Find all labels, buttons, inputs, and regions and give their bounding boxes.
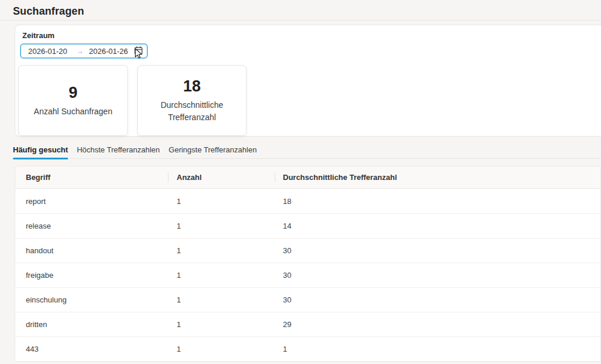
cell-trefferanzahl: 30 bbox=[275, 246, 600, 255]
column-header-anzahl: Anzahl bbox=[168, 166, 275, 188]
cell-trefferanzahl: 1 bbox=[275, 345, 600, 353]
header-divider bbox=[0, 20, 601, 21]
calendar-icon bbox=[134, 46, 143, 57]
column-header-begriff: Begriff bbox=[15, 166, 168, 188]
cell-begriff: dritten bbox=[15, 320, 168, 329]
table-row: dritten 1 29 bbox=[15, 312, 600, 336]
cell-anzahl: 1 bbox=[168, 271, 275, 280]
calendar-picker-button[interactable] bbox=[133, 46, 144, 56]
cell-anzahl: 1 bbox=[168, 320, 275, 329]
date-to-field[interactable]: 2026-01-26 bbox=[89, 47, 129, 56]
date-range-input[interactable]: 2026-01-20 → 2026-01-26 bbox=[20, 43, 148, 59]
column-header-durchschnittliche-trefferanzahl: Durchschnittliche Trefferanzahl bbox=[275, 166, 600, 188]
stat-label: Anzahl Suchanfragen bbox=[21, 106, 126, 118]
cell-begriff: release bbox=[15, 222, 168, 230]
table-row: report 1 18 bbox=[15, 189, 600, 213]
date-range-arrow-icon: → bbox=[77, 47, 84, 55]
table-row: release 1 14 bbox=[15, 213, 600, 238]
stat-label: Durchschnittliche Trefferanzahl bbox=[138, 99, 246, 124]
results-tab-bar: Häufig gesucht Höchste Trefferanzahlen G… bbox=[13, 144, 601, 159]
table-row: 443 1 1 bbox=[15, 336, 600, 361]
cell-begriff: freigabe bbox=[15, 271, 168, 280]
search-terms-table: Begriff Anzahl Durchschnittliche Treffer… bbox=[15, 166, 601, 362]
cell-anzahl: 1 bbox=[168, 345, 275, 353]
cell-begriff: einschulung bbox=[15, 295, 168, 304]
stat-value: 18 bbox=[183, 77, 201, 95]
cell-trefferanzahl: 14 bbox=[275, 222, 600, 230]
cell-anzahl: 1 bbox=[168, 222, 275, 230]
tab-haeufig-gesucht[interactable]: Häufig gesucht bbox=[13, 145, 68, 158]
table-header-row: Begriff Anzahl Durchschnittliche Treffer… bbox=[15, 166, 600, 189]
cell-anzahl: 1 bbox=[168, 246, 275, 255]
table-row: freigabe 1 30 bbox=[15, 263, 600, 287]
table-row: einschulung 1 30 bbox=[15, 287, 600, 312]
cell-begriff: report bbox=[15, 197, 168, 206]
cell-anzahl: 1 bbox=[168, 295, 275, 304]
cell-begriff: handout bbox=[15, 246, 168, 255]
cell-trefferanzahl: 29 bbox=[275, 320, 600, 329]
cell-anzahl: 1 bbox=[168, 197, 275, 206]
table-row: handout 1 30 bbox=[15, 238, 600, 263]
filter-panel: Zeitraum 2026-01-20 → 2026-01-26 9 Anzah… bbox=[15, 25, 601, 137]
date-from-field[interactable]: 2026-01-20 bbox=[28, 47, 67, 56]
cell-trefferanzahl: 30 bbox=[275, 295, 600, 304]
stat-card-avg-hits: 18 Durchschnittliche Trefferanzahl bbox=[137, 65, 247, 136]
tab-hoechste-trefferanzahlen[interactable]: Höchste Trefferanzahlen bbox=[77, 145, 160, 158]
cell-trefferanzahl: 18 bbox=[275, 197, 600, 206]
date-range-label: Zeitraum bbox=[22, 31, 55, 40]
stat-card-search-count: 9 Anzahl Suchanfragen bbox=[18, 65, 128, 136]
tab-geringste-trefferanzahlen[interactable]: Geringste Trefferanzahlen bbox=[168, 145, 256, 158]
stat-value: 9 bbox=[69, 84, 77, 101]
cell-trefferanzahl: 30 bbox=[275, 271, 600, 280]
page-title: Suchanfragen bbox=[13, 5, 84, 18]
cell-begriff: 443 bbox=[15, 345, 168, 353]
